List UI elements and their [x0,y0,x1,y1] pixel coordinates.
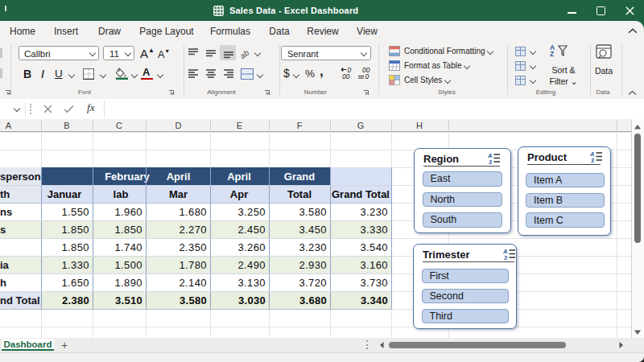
svg-text:3: 3 [504,255,507,261]
svg-text:00: 00 [342,72,350,80]
svg-text:3: 3 [591,158,594,163]
svg-text:0: 0 [365,72,369,80]
svg-text:ab: ab [240,47,251,60]
svg-text:3: 3 [489,159,492,165]
